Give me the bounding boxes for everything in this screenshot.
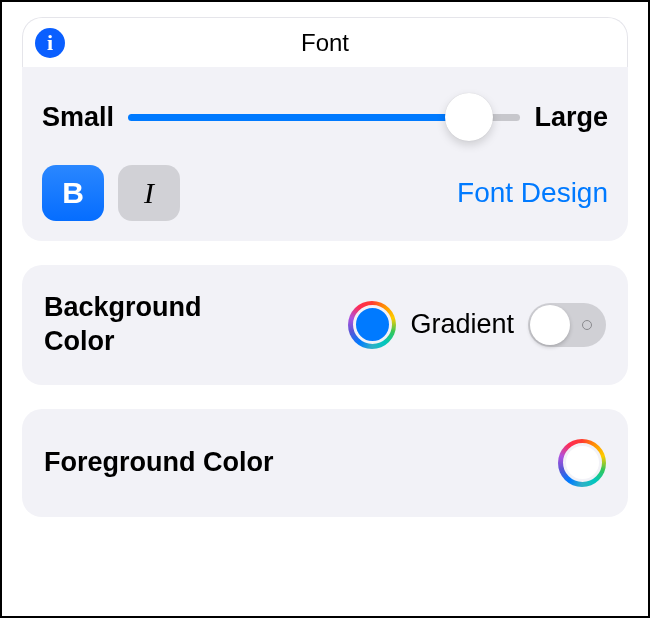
foreground-color-picker[interactable] (558, 439, 606, 487)
font-size-slider-row: Small Large (42, 93, 608, 141)
toggle-off-indicator (582, 320, 592, 330)
background-color-label: Background Color (44, 291, 244, 359)
font-section-card: Font Small Large B I Font Design (22, 17, 628, 241)
gradient-label: Gradient (410, 309, 514, 340)
slider-large-label: Large (534, 102, 608, 133)
toggle-thumb (530, 305, 570, 345)
background-color-controls: Gradient (348, 301, 606, 349)
foreground-color-label: Foreground Color (44, 447, 273, 478)
foreground-color-swatch-inner (563, 443, 602, 482)
italic-button[interactable]: I (118, 165, 180, 221)
slider-thumb[interactable] (445, 93, 493, 141)
font-section-body: Small Large B I Font Design (22, 67, 628, 241)
background-color-swatch-inner (353, 305, 392, 344)
bold-button[interactable]: B (42, 165, 104, 221)
gradient-toggle[interactable] (528, 303, 606, 347)
settings-panel: Font Small Large B I Font Design Backgro… (22, 17, 628, 517)
font-size-slider[interactable] (128, 93, 520, 141)
style-buttons-group: B I (42, 165, 180, 221)
font-section-title: Font (23, 29, 627, 57)
slider-small-label: Small (42, 102, 114, 133)
foreground-color-card: Foreground Color (22, 409, 628, 517)
font-style-row: B I Font Design (42, 165, 608, 221)
info-icon[interactable] (35, 28, 65, 58)
font-design-button[interactable]: Font Design (457, 177, 608, 209)
background-color-card: Background Color Gradient (22, 265, 628, 385)
background-color-picker[interactable] (348, 301, 396, 349)
font-section-header: Font (22, 17, 628, 67)
